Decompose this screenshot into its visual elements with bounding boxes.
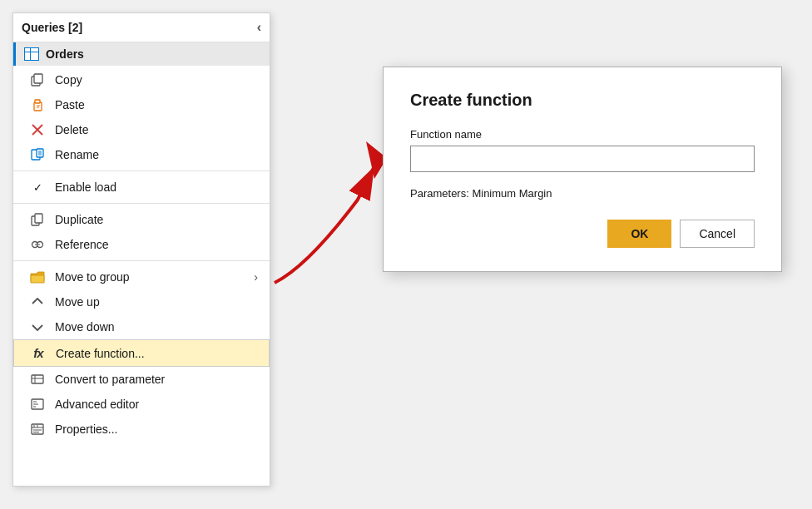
svg-rect-3	[35, 100, 40, 103]
function-name-label: Function name	[410, 128, 755, 141]
duplicate-icon	[28, 213, 47, 226]
paste-icon	[28, 98, 47, 111]
delete-label: Delete	[55, 123, 258, 136]
orders-item[interactable]: Orders	[13, 42, 270, 66]
menu-item-move-to-group[interactable]: Move to group ›	[13, 264, 270, 289]
orders-label: Orders	[46, 47, 84, 61]
checkmark-icon: ✓	[28, 181, 47, 194]
convert-icon	[28, 373, 47, 386]
menu-item-create-function[interactable]: fx Create function...	[13, 339, 270, 367]
rename-label: Rename	[55, 148, 258, 161]
delete-icon	[28, 123, 47, 136]
svg-rect-16	[32, 375, 43, 383]
reference-label: Reference	[55, 238, 258, 251]
enable-load-label: Enable load	[55, 180, 258, 194]
divider-1	[13, 170, 270, 171]
move-down-label: Move down	[55, 320, 258, 334]
move-to-group-label: Move to group	[55, 270, 254, 284]
svg-rect-12	[35, 214, 42, 223]
context-menu-panel: Queries [2] ‹ Orders Copy	[12, 12, 270, 487]
properties-label: Properties...	[55, 423, 258, 436]
ok-button[interactable]: OK	[607, 220, 671, 248]
divider-3	[13, 260, 270, 261]
folder-icon	[28, 270, 47, 284]
move-down-icon	[28, 322, 47, 332]
menu-item-delete[interactable]: Delete	[13, 117, 270, 142]
move-up-icon	[28, 297, 47, 307]
create-function-label: Create function...	[56, 347, 257, 360]
menu-item-properties[interactable]: Properties...	[13, 417, 270, 442]
dialog-buttons: OK Cancel	[410, 220, 755, 248]
copy-icon	[28, 73, 47, 86]
cancel-button[interactable]: Cancel	[680, 220, 755, 248]
divider-2	[13, 203, 270, 204]
menu-item-enable-load[interactable]: ✓ Enable load	[13, 175, 270, 200]
paste-label: Paste	[55, 98, 258, 111]
fx-icon: fx	[29, 346, 47, 360]
copy-label: Copy	[55, 73, 258, 86]
panel-title: Queries [2]	[22, 21, 82, 34]
function-name-input[interactable]	[410, 146, 755, 172]
menu-item-convert-to-parameter[interactable]: Convert to parameter	[13, 367, 270, 392]
menu-item-move-down[interactable]: Move down	[13, 314, 270, 339]
menu-item-reference[interactable]: Reference	[13, 232, 270, 257]
menu-item-advanced-editor[interactable]: Advanced editor	[13, 392, 270, 417]
collapse-button[interactable]: ‹	[257, 20, 261, 35]
panel-header: Queries [2] ‹	[13, 13, 270, 42]
menu-item-paste[interactable]: Paste	[13, 92, 270, 117]
advanced-editor-label: Advanced editor	[55, 398, 258, 411]
advanced-editor-icon	[28, 398, 47, 411]
convert-to-parameter-label: Convert to parameter	[55, 373, 258, 386]
dialog-title: Create function	[410, 91, 755, 110]
duplicate-label: Duplicate	[55, 213, 258, 226]
submenu-arrow-icon: ›	[254, 270, 258, 284]
menu-item-move-up[interactable]: Move up	[13, 289, 270, 314]
create-function-dialog: Create function Function name Parameters…	[383, 67, 782, 272]
reference-icon	[28, 238, 47, 251]
table-icon	[24, 47, 39, 61]
menu-item-rename[interactable]: Rename	[13, 142, 270, 167]
menu-item-copy[interactable]: Copy	[13, 67, 270, 92]
svg-rect-1	[34, 74, 42, 83]
move-up-label: Move up	[55, 295, 258, 309]
rename-icon	[28, 148, 47, 161]
arrow-annotation	[258, 50, 395, 308]
parameters-label: Parameters: Minimum Margin	[410, 187, 755, 200]
menu-item-duplicate[interactable]: Duplicate	[13, 207, 270, 232]
properties-icon	[28, 423, 47, 436]
